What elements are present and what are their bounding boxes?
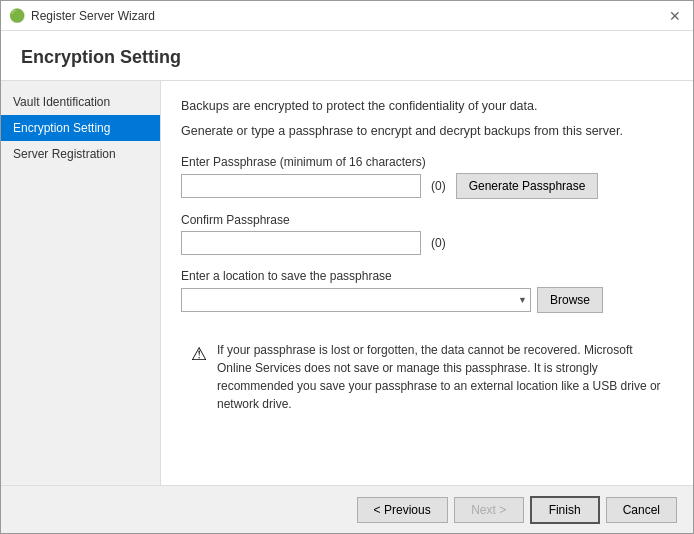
dialog-footer: < Previous Next > Finish Cancel (1, 485, 693, 533)
confirm-input[interactable] (181, 231, 421, 255)
warning-box: ⚠ If your passphrase is lost or forgotte… (181, 331, 673, 423)
close-button[interactable]: ✕ (665, 9, 685, 23)
previous-button[interactable]: < Previous (357, 497, 448, 523)
warning-icon: ⚠ (191, 343, 207, 365)
register-server-dialog: 🟢 Register Server Wizard ✕ Encryption Se… (0, 0, 694, 534)
title-bar: 🟢 Register Server Wizard ✕ (1, 1, 693, 31)
passphrase-label: Enter Passphrase (minimum of 16 characte… (181, 155, 673, 169)
location-select[interactable] (181, 288, 531, 312)
page-title: Encryption Setting (21, 47, 673, 68)
warning-text: If your passphrase is lost or forgotten,… (217, 341, 663, 413)
browse-button[interactable]: Browse (537, 287, 603, 313)
sidebar: Vault Identification Encryption Setting … (1, 81, 161, 485)
confirm-count: (0) (431, 236, 446, 250)
sidebar-item-encryption[interactable]: Encryption Setting (1, 115, 160, 141)
passphrase-input-row: (0) Generate Passphrase (181, 173, 673, 199)
sidebar-item-registration[interactable]: Server Registration (1, 141, 160, 167)
location-select-wrapper (181, 288, 531, 312)
location-row: Browse (181, 287, 673, 313)
next-button[interactable]: Next > (454, 497, 524, 523)
content-area: Backups are encrypted to protect the con… (161, 81, 693, 485)
passphrase-count: (0) (431, 179, 446, 193)
confirm-group: Confirm Passphrase (0) (181, 213, 673, 255)
cancel-button[interactable]: Cancel (606, 497, 677, 523)
confirm-label: Confirm Passphrase (181, 213, 673, 227)
generate-passphrase-button[interactable]: Generate Passphrase (456, 173, 599, 199)
dialog-header: Encryption Setting (1, 31, 693, 81)
finish-button[interactable]: Finish (530, 496, 600, 524)
info-text-1: Backups are encrypted to protect the con… (181, 97, 673, 116)
app-icon: 🟢 (9, 8, 25, 24)
passphrase-group: Enter Passphrase (minimum of 16 characte… (181, 155, 673, 199)
dialog-body: Vault Identification Encryption Setting … (1, 81, 693, 485)
location-group: Enter a location to save the passphrase … (181, 269, 673, 313)
info-text-2: Generate or type a passphrase to encrypt… (181, 122, 673, 141)
sidebar-item-vault[interactable]: Vault Identification (1, 89, 160, 115)
passphrase-input[interactable] (181, 174, 421, 198)
title-bar-left: 🟢 Register Server Wizard (9, 8, 155, 24)
confirm-input-row: (0) (181, 231, 673, 255)
title-bar-text: Register Server Wizard (31, 9, 155, 23)
location-label: Enter a location to save the passphrase (181, 269, 673, 283)
